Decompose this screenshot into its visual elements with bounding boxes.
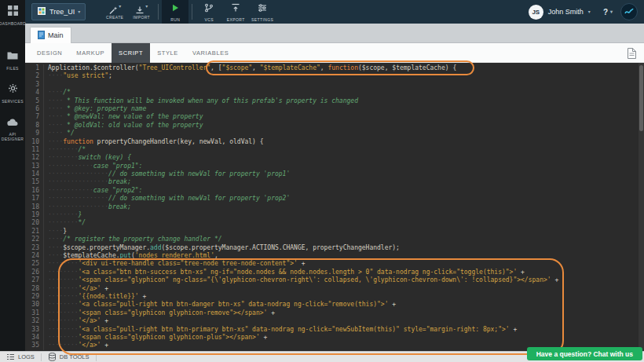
code-line: 20········*/ xyxy=(25,219,644,227)
db-tools-label: DB TOOLS xyxy=(60,353,90,360)
line-number: 21 xyxy=(25,228,44,236)
help-button[interactable]: ? ▾ xyxy=(603,8,613,16)
db-tools-button[interactable]: DB TOOLS xyxy=(42,352,96,362)
code-line: 18················break; xyxy=(25,203,644,211)
line-number: 33 xyxy=(25,326,44,334)
code-line: 12········switch (key) { xyxy=(25,154,644,162)
sidebar-item-files[interactable]: FILES xyxy=(0,45,25,74)
wavemaker-studio-window: DASHBOARD FILES SERVICES API DESIGNER xyxy=(0,0,644,362)
line-number: 15 xyxy=(25,178,44,186)
file-document-icon[interactable] xyxy=(627,47,637,63)
code-line: 9···· */ xyxy=(25,130,644,137)
code-line: 13············case "prop1": xyxy=(25,163,644,170)
toolbar-divider xyxy=(192,4,192,20)
tool-label: IMPORT xyxy=(133,15,150,20)
settings-button[interactable]: SETTINGS xyxy=(249,0,276,24)
code-line: 34········'<span class="glyphicon glyphi… xyxy=(25,334,644,342)
database-icon xyxy=(48,350,57,362)
line-number: 35 xyxy=(25,342,44,349)
code-line: 1Application.$controller("Tree_UIControl… xyxy=(25,64,644,72)
code-line: 22····/* register the property change ha… xyxy=(25,236,644,243)
sidebar-item-api-designer[interactable]: API DESIGNER xyxy=(0,111,25,144)
chevron-down-icon: ▾ xyxy=(145,4,148,9)
code-line: 15················break; xyxy=(25,178,644,186)
sidebar-item-services[interactable]: SERVICES xyxy=(0,78,25,107)
code-line: 19········} xyxy=(25,211,644,219)
scrollbar-thumb[interactable] xyxy=(639,65,643,131)
line-number: 8 xyxy=(25,122,44,130)
code-line: 31········'<span class="glyphicon glyphi… xyxy=(25,309,644,317)
tool-label: EXPORT xyxy=(227,17,245,22)
line-number: 14 xyxy=(25,170,44,178)
vcs-button[interactable]: VCS xyxy=(196,0,222,24)
sidebar-item-label: SERVICES xyxy=(2,99,24,104)
tab-label: Main xyxy=(48,31,64,39)
line-number: 11 xyxy=(25,146,44,154)
line-number: 20 xyxy=(25,219,44,227)
project-selector[interactable]: Tree_UI ▾ xyxy=(31,3,86,20)
line-number: 4 xyxy=(25,89,44,97)
run-button[interactable]: RUN xyxy=(162,0,188,24)
statusbar-divider xyxy=(96,353,97,361)
line-number: 27 xyxy=(25,276,44,284)
cloud-icon xyxy=(7,115,19,130)
code-line: 24····$templateCache.put('nodes_renderer… xyxy=(25,252,644,260)
folder-icon xyxy=(7,49,18,64)
code-editor[interactable]: 1Application.$controller("Tree_UIControl… xyxy=(25,63,644,351)
line-number: 19 xyxy=(25,211,44,219)
sidebar-item-label: DASHBOARD xyxy=(0,21,26,26)
import-button[interactable]: ▾ IMPORT xyxy=(128,0,155,24)
line-number: 26 xyxy=(25,269,44,276)
logs-button[interactable]: LOGS xyxy=(0,352,41,362)
code-line: 3 xyxy=(25,81,644,89)
code-line: 10····function propertyChangeHandler(key… xyxy=(25,138,644,146)
dashboard-grid-icon xyxy=(8,5,18,19)
code-line: 21····} xyxy=(25,228,644,236)
code-line: 33········'<a class="pull-right btn btn-… xyxy=(25,326,644,334)
code-line: 23····$scope.propertyManager.add($scope.… xyxy=(25,244,644,252)
code-line: 7···· * @newVal: new value of the proper… xyxy=(25,113,644,121)
code-line: 26········'<a class="btn btn-success btn… xyxy=(25,269,644,276)
top-toolbar: Tree_UI ▾ ▾ CREATE ▾ IMPORT RUN VCS xyxy=(25,0,644,24)
line-number: 2 xyxy=(25,72,44,80)
line-number: 32 xyxy=(25,317,44,325)
tool-label: VCS xyxy=(204,17,213,22)
tab-script[interactable]: SCRIPT xyxy=(112,43,150,63)
line-number: 34 xyxy=(25,334,44,342)
tab-design[interactable]: DESIGN xyxy=(30,43,69,63)
user-name[interactable]: John Smith xyxy=(548,8,584,16)
export-button[interactable]: EXPORT xyxy=(222,0,249,24)
line-number: 23 xyxy=(25,244,44,252)
tool-label: RUN xyxy=(170,17,180,22)
code-line: 29········'{{node.title}}' + xyxy=(25,293,644,301)
code-line: 28········'</a>' + xyxy=(25,285,644,293)
tab-variables[interactable]: VARIABLES xyxy=(185,43,236,63)
chat-button[interactable]: Have a question? Chat with us xyxy=(527,347,642,360)
code-lines: 1Application.$controller("Tree_UIControl… xyxy=(25,64,644,350)
sidebar-item-dashboard[interactable]: DASHBOARD xyxy=(0,0,25,29)
editor-scrollbar[interactable] xyxy=(639,63,644,351)
chevron-down-icon: ▾ xyxy=(610,9,613,14)
wavemaker-logo-icon[interactable] xyxy=(620,3,638,20)
code-line: 6···· * @key: property name xyxy=(25,105,644,113)
toolbar-divider xyxy=(158,4,159,20)
line-number: 30 xyxy=(25,301,44,309)
code-line: 11········/* xyxy=(25,146,644,154)
tab-main[interactable]: Main xyxy=(30,27,71,43)
project-icon xyxy=(37,5,46,19)
toolbar-actions: ▾ CREATE ▾ IMPORT RUN VCS EXPORT xyxy=(101,0,276,24)
line-number: 29 xyxy=(25,293,44,301)
create-button[interactable]: ▾ CREATE xyxy=(101,0,128,24)
tab-style[interactable]: STYLE xyxy=(150,43,185,63)
chevron-down-icon: ▾ xyxy=(119,4,121,9)
chevron-down-icon: ▾ xyxy=(588,9,591,14)
line-number: 17 xyxy=(25,195,44,203)
line-number: 5 xyxy=(25,97,44,105)
tab-markup[interactable]: MARKUP xyxy=(69,43,112,63)
code-line: 27········'<span class="glyphicon" ng-cl… xyxy=(25,276,644,284)
sidebar-item-label: API DESIGNER xyxy=(1,132,24,141)
avatar[interactable]: JS xyxy=(529,5,543,20)
line-number: 31 xyxy=(25,309,44,317)
sidebar-item-label: FILES xyxy=(6,66,18,71)
code-line: 25········'<div ui-tree-handle class="tr… xyxy=(25,260,644,268)
